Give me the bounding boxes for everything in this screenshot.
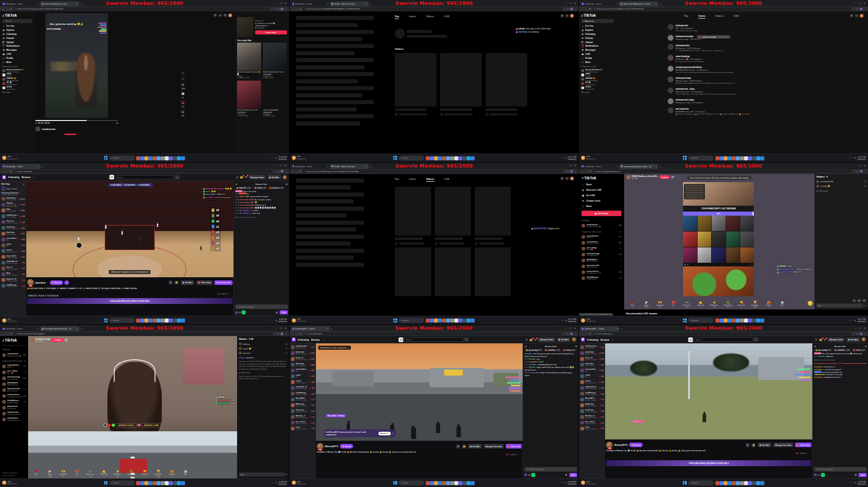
taskbar-app-icon[interactable] — [430, 156, 434, 160]
volume-icon[interactable]: 🕪 — [116, 122, 118, 124]
tab-users[interactable]: Users — [698, 14, 705, 19]
followed-channel[interactable]: HateCapsJust Chatting 311 — [580, 362, 604, 368]
taskbar-app-icon[interactable] — [141, 318, 145, 323]
gifter-leaderboard-pill[interactable]: 👑Gifty_Mx1,000 — [235, 187, 252, 189]
taskbar-app-icon[interactable] — [173, 481, 177, 485]
extensions-icon[interactable]: ◫ — [567, 8, 569, 10]
gift-item[interactable]: 🪐Galaxy1,000 — [43, 470, 56, 477]
share-icon[interactable]: ⤴ — [807, 452, 808, 454]
bookmark-icon[interactable]: ☆ — [853, 8, 855, 10]
network-icon[interactable]: ᯤ — [562, 482, 564, 484]
taskbar-app-icon[interactable] — [740, 481, 744, 485]
sidebar-nav-item[interactable]: ◎Explore — [2, 28, 32, 32]
gift-item[interactable]: ▦More — [179, 470, 192, 476]
suggested-live-creator[interactable]: big.auntie.dollbig.auntie.doll2 — [582, 264, 621, 270]
taskbar-app-icon[interactable] — [723, 318, 727, 323]
followed-channel[interactable]: KaysanJust ChattingDiscount · Ends in 10… — [1, 202, 25, 207]
knock-dropdown-icon[interactable]: ⌄ — [64, 280, 69, 285]
share-icon[interactable]: ⤴ — [518, 453, 519, 456]
more-button[interactable]: ⋯More — [582, 204, 621, 209]
stream-together-icon[interactable] — [531, 473, 535, 477]
address-bar[interactable]: ⇅tiktok.com/@p4rlfduperc/live — [592, 169, 852, 173]
streamer-name[interactable]: BeezyNYC — [614, 444, 628, 446]
followed-channel[interactable]: lonerGrand Theft Au... 18 — [291, 425, 315, 431]
taskbar-app-icon[interactable] — [438, 481, 442, 485]
get-bits-button[interactable]: ◆ Get Bits — [267, 175, 281, 179]
user-avatar[interactable] — [862, 338, 866, 342]
emote-icon[interactable]: ♥ — [857, 299, 861, 302]
chat-send-button[interactable]: Chat — [569, 473, 577, 477]
forward-icon[interactable]: → — [585, 333, 588, 335]
taskbar-app-icon[interactable] — [736, 481, 740, 485]
gifter-leaderboard-pill[interactable]: 🎁nJesss405 — [562, 349, 577, 352]
gifter-leaderboard-pill[interactable]: 🎁realitifebr...433 — [833, 349, 851, 352]
knock-button[interactable]: 🤜 Knock — [50, 280, 63, 285]
refresh-icon[interactable]: ⟳ — [10, 8, 12, 10]
twitch-logo[interactable] — [2, 175, 6, 179]
followed-account[interactable]: LWULteulalw — [581, 73, 614, 77]
emote-icon[interactable]: ☺ — [815, 468, 817, 470]
manage-sub-button[interactable]: Manage Your Sub — [484, 444, 504, 448]
knock-button[interactable]: 🤜 Knock — [340, 444, 354, 448]
back-icon[interactable]: ← — [581, 170, 584, 173]
taskbar-app-icon[interactable] — [756, 481, 760, 485]
gift-a-sub-button[interactable]: 🎁 Gift a Sub — [196, 280, 213, 285]
tray-chevron-icon[interactable]: ⌃ — [849, 482, 850, 484]
taskbar-search[interactable]: ⌕Search — [399, 156, 424, 160]
profile-avatar[interactable] — [281, 333, 283, 335]
taskbar-app-icon[interactable] — [462, 481, 466, 485]
forward-icon[interactable]: → — [296, 8, 298, 10]
window-controls[interactable]: ─▢✕ — [853, 163, 867, 169]
streamer-avatar[interactable] — [626, 175, 630, 179]
follow-button[interactable]: + Follow — [51, 338, 63, 342]
followed-channel[interactable]: WeloGrand Theft Au... 81 — [1, 271, 25, 277]
followed-channel[interactable]: HateCapsJust Chatting 307 — [1, 231, 25, 236]
taskbar-app-icon[interactable] — [450, 318, 454, 323]
browser-tab-active[interactable]: (5) BeezyNYC - Twitch✕ — [580, 326, 619, 331]
followed-channel[interactable]: Przzy <3Grand Theft Au... 1.2K — [291, 356, 315, 362]
stream-video[interactable]: 1V1BANDZ • 1V1BANDZ • 1V1BANDZ ShilohThe… — [26, 181, 233, 277]
back-icon[interactable]: ← — [2, 8, 5, 10]
close-tab-icon[interactable]: ✕ — [616, 3, 618, 5]
address-bar[interactable]: ⇅twitch.tv/jbandzy — [14, 169, 273, 173]
refresh-icon[interactable]: ⟳ — [589, 333, 591, 335]
close-tab-icon[interactable]: ✕ — [77, 3, 78, 5]
suggested-video-card[interactable]: Twitch: Rxxnknocks #viral #viralvideo...… — [263, 43, 287, 79]
window-controls[interactable]: ─▢✕ — [564, 0, 577, 6]
taskbar-app-icon[interactable] — [169, 318, 173, 323]
gifter-leaderboard-pill[interactable]: 👑gtb_prodigy681 — [524, 349, 543, 352]
sidebar-nav-item[interactable]: ⇄Following — [2, 32, 32, 36]
suggested-video-card[interactable]: call me spongebob #abgroyalty abgroyalty… — [263, 81, 287, 117]
close-tab-icon[interactable]: ✕ — [655, 3, 657, 5]
forward-icon[interactable]: → — [296, 170, 298, 173]
sidebar-nav-item[interactable]: ☺Profile — [2, 56, 32, 60]
taskbar-clock[interactable]: 10:26 PM10/6/2025 — [278, 156, 287, 160]
extensions-icon[interactable]: ◫ — [277, 333, 279, 335]
sidebar-nav-item[interactable]: ◉LIVE — [2, 52, 32, 56]
tray-chevron-icon[interactable]: ⌃ — [270, 319, 271, 322]
followed-channel[interactable]: ryaahIRL 276 — [291, 373, 315, 379]
streamer-avatar[interactable]: LIVE — [606, 442, 613, 448]
viewer-row[interactable]: koldkozy24 — [239, 342, 287, 346]
browser-tab-twitch[interactable]: (5) jbandzy - Twitch✕ — [580, 1, 619, 6]
suggested-live-creator[interactable]: pilloftdapercPIROYDuPercs4 — [2, 381, 26, 387]
followed-channel[interactable]: CeyMoneyyGrand Theft Au... 75 — [1, 283, 25, 289]
viewer-row[interactable]: najaiss 😊16 — [239, 346, 287, 351]
refresh-icon[interactable]: ⟳ — [10, 333, 12, 335]
settings-icon[interactable]: ⊛ — [560, 177, 564, 180]
taskbar-app-icon[interactable] — [165, 318, 169, 323]
get-bits-button[interactable]: ◆ Get Bits — [758, 443, 771, 447]
user-result[interactable]: mdswervin.clips MDSwervin Clips · 92 Fol… — [668, 98, 863, 104]
followed-account[interactable]: LWULteulalw — [2, 73, 32, 77]
taskbar-app-icon[interactable] — [136, 156, 141, 160]
tray-chevron-icon[interactable]: ⌃ — [270, 482, 271, 484]
new-tab-button[interactable]: + — [369, 165, 373, 169]
taskbar-app-icon[interactable] — [141, 156, 145, 160]
taskbar-app-icon[interactable] — [177, 481, 181, 485]
window-controls[interactable]: ─▢✕ — [564, 325, 577, 331]
window-controls[interactable]: ─▢✕ — [274, 0, 287, 6]
start-button[interactable] — [683, 481, 687, 485]
taskbar-app-icon[interactable] — [715, 318, 719, 323]
profile-avatar[interactable] — [570, 170, 573, 173]
sidebar-nav-item[interactable]: ⋯More — [2, 60, 32, 64]
